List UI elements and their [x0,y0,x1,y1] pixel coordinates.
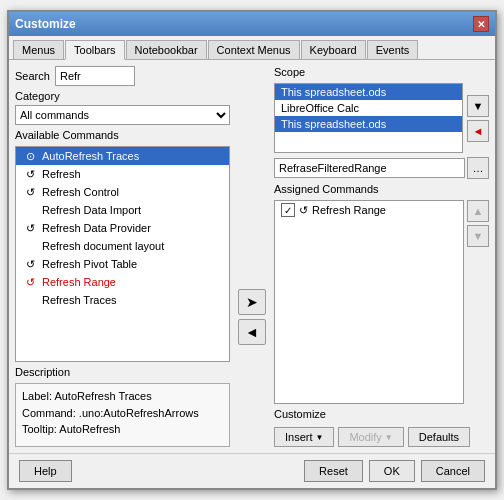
description-label: Description [15,366,230,378]
defaults-label: Defaults [419,431,459,443]
tab-notebookbar[interactable]: Notebookbar [126,40,207,59]
list-item[interactable]: ↺ Refresh Range [16,273,229,291]
list-item[interactable]: Refresh Traces [16,291,229,309]
scope-list: This spreadsheet.ods LibreOffice Calc Th… [274,83,463,153]
list-item[interactable]: ↺ Refresh Control [16,183,229,201]
modify-button[interactable]: Modify ▼ [338,427,403,447]
left-panel: Search Category All commands Available C… [15,66,230,447]
assigned-item-label: Refresh Range [312,204,386,216]
transfer-buttons: ➤ ◄ [236,186,268,447]
assigned-item[interactable]: ✓ ↺ Refresh Range [275,201,463,219]
tab-events[interactable]: Events [367,40,419,59]
insert-label: Insert [285,431,313,443]
bottom-bar: Help Reset OK Cancel [9,453,495,488]
scope-item[interactable]: LibreOffice Calc [275,100,462,116]
refresh-control-icon: ↺ [22,185,38,199]
defaults-button[interactable]: Defaults [408,427,470,447]
tab-keyboard[interactable]: Keyboard [301,40,366,59]
move-down-button[interactable]: ▼ [467,225,489,247]
right-vert-buttons: ▲ ▼ [467,200,489,404]
target-action-button[interactable]: … [467,157,489,179]
desc-tooltip: Tooltip: AutoRefresh [22,421,223,438]
target-input[interactable] [274,158,465,178]
title-bar: Customize ✕ [9,12,495,36]
insert-dropdown-arrow: ▼ [316,433,324,442]
refresh-data-import-icon [22,203,38,217]
help-button[interactable]: Help [19,460,72,482]
search-input[interactable] [55,66,135,86]
customize-row: Insert ▼ Modify ▼ Defaults [274,427,489,447]
move-up-button[interactable]: ▲ [467,200,489,222]
bottom-right: Reset OK Cancel [304,460,485,482]
list-item[interactable]: ⊙ AutoRefresh Traces [16,147,229,165]
list-item[interactable]: Refresh Data Import [16,201,229,219]
reset-button[interactable]: Reset [304,460,363,482]
assigned-label: Assigned Commands [274,183,489,195]
category-row: Category All commands [15,90,230,125]
main-window: Customize ✕ Menus Toolbars Notebookbar C… [7,10,497,490]
window-title: Customize [15,17,76,31]
list-item[interactable]: ↺ Refresh [16,165,229,183]
close-button[interactable]: ✕ [473,16,489,32]
modify-dropdown-arrow: ▼ [385,433,393,442]
scope-item[interactable]: This spreadsheet.ods [275,84,462,100]
search-row: Search [15,66,230,86]
available-commands-list: ⊙ AutoRefresh Traces ↺ Refresh ↺ Refresh… [15,146,230,362]
scope-label: Scope [274,66,489,78]
autorefresh-icon: ⊙ [22,149,38,163]
tab-bar: Menus Toolbars Notebookbar Context Menus… [9,36,495,60]
refresh-doc-icon [22,239,38,253]
desc-label: Label: AutoRefresh Traces [22,388,223,405]
search-label: Search [15,70,51,82]
scope-item[interactable]: This spreadsheet.ods [275,116,462,132]
customize-label: Customize [274,408,489,420]
scope-select-row: This spreadsheet.ods LibreOffice Calc Th… [274,83,489,153]
content-area: Search Category All commands Available C… [9,60,495,453]
list-item[interactable]: ↺ Refresh Data Provider [16,219,229,237]
tab-toolbars[interactable]: Toolbars [65,40,125,60]
description-box: Label: AutoRefresh Traces Command: .uno:… [15,383,230,447]
cancel-button[interactable]: Cancel [421,460,485,482]
list-item[interactable]: ↺ Refresh Pivot Table [16,255,229,273]
target-input-row: … [274,157,489,179]
tab-context-menus[interactable]: Context Menus [208,40,300,59]
move-left-button[interactable]: ◄ [238,319,266,345]
ok-button[interactable]: OK [369,460,415,482]
modify-label: Modify [349,431,381,443]
category-select[interactable]: All commands [15,105,230,125]
scope-dropdown-button[interactable]: ▼ [467,95,489,117]
category-label: Category [15,90,230,102]
insert-button[interactable]: Insert ▼ [274,427,334,447]
available-commands-label: Available Commands [15,129,230,141]
tab-menus[interactable]: Menus [13,40,64,59]
refresh-icon: ↺ [22,167,38,181]
bottom-left: Help [19,460,72,482]
scope-side-buttons: ▼ ◄ [467,95,489,142]
refresh-traces-icon [22,293,38,307]
refresh-data-provider-icon: ↺ [22,221,38,235]
move-right-button[interactable]: ➤ [238,289,266,315]
assigned-list: ✓ ↺ Refresh Range [274,200,464,404]
assigned-item-icon: ↺ [299,204,308,217]
refresh-pivot-icon: ↺ [22,257,38,271]
right-panel: Scope This spreadsheet.ods LibreOffice C… [274,66,489,447]
desc-command: Command: .uno:AutoRefreshArrows [22,405,223,422]
checkbox-icon[interactable]: ✓ [281,203,295,217]
scope-action-button[interactable]: ◄ [467,120,489,142]
assigned-area: ✓ ↺ Refresh Range ▲ ▼ [274,200,489,404]
refresh-range-icon: ↺ [22,275,38,289]
list-item[interactable]: Refresh document layout [16,237,229,255]
